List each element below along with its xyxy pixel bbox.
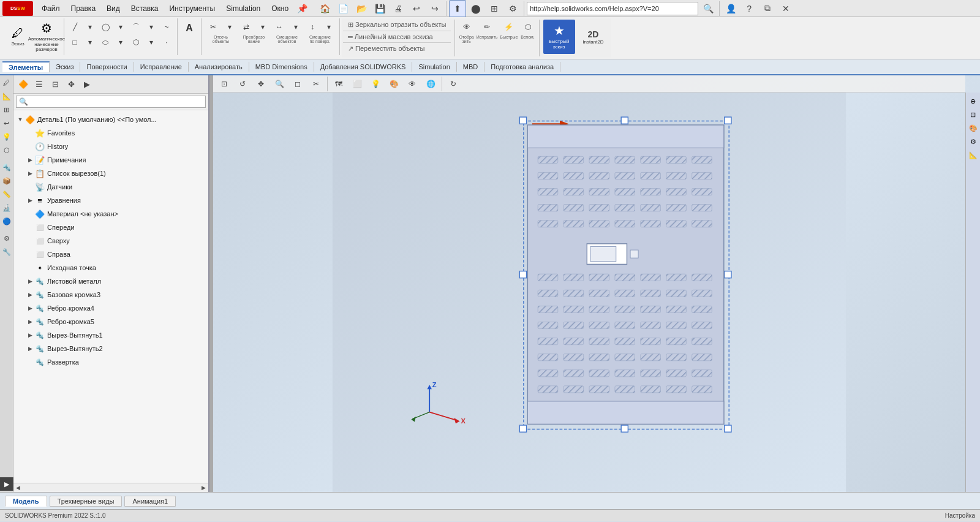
- circle-tool[interactable]: ◯: [98, 20, 113, 34]
- tree-item-history[interactable]: ▶ 🕐 History: [13, 140, 208, 153]
- lv-btn-5[interactable]: 💡: [1, 130, 13, 143]
- url-bar[interactable]: http://help.solidworks.com/Help.aspx?V=2…: [527, 2, 698, 15]
- tab-analysis-prep[interactable]: Подготовка анализа: [484, 62, 560, 72]
- vp-section[interactable]: ✂: [307, 75, 325, 93]
- tree-item-top[interactable]: ▶ ⬜ Сверху: [13, 234, 208, 248]
- tree-item-cut1[interactable]: ▶ 🔩 Вырез-Вытянуть1: [13, 328, 208, 342]
- lv-btn-2[interactable]: 📐: [1, 90, 13, 102]
- help-icon[interactable]: ?: [741, 0, 758, 17]
- vr-btn-3[interactable]: 🎨: [967, 122, 979, 134]
- polygon-tool[interactable]: ⬡: [129, 35, 143, 50]
- notes-expand[interactable]: ▶: [26, 156, 34, 164]
- vp-lights[interactable]: 💡: [367, 75, 384, 93]
- spline-tool[interactable]: ~: [159, 20, 174, 34]
- lv-btn-7[interactable]: 🔩: [1, 161, 13, 173]
- tree-root[interactable]: ▼ 🔶 Деталь1 (По умолчанию) <<По умол...: [13, 113, 208, 126]
- pin-icon[interactable]: 📌: [295, 2, 310, 15]
- vp-scene[interactable]: 🌐: [422, 75, 439, 93]
- toolbar-print[interactable]: 🖨: [390, 0, 407, 17]
- toolbar-redo[interactable]: ↪: [426, 0, 443, 17]
- sheetmetal-expand[interactable]: ▶: [26, 277, 34, 286]
- tree-item-edge4[interactable]: ▶ 🔩 Ребро-кромка4: [13, 301, 208, 315]
- lv-btn-9[interactable]: 📏: [1, 188, 13, 200]
- user-icon[interactable]: 👤: [722, 0, 739, 17]
- tree-item-baseedge[interactable]: ▶ 🔩 Базовая кромка3: [13, 288, 208, 301]
- toolbar-undo[interactable]: ↩: [408, 0, 425, 17]
- bt-3dviews[interactable]: Трехмерные виды: [50, 496, 123, 507]
- quick-snaps[interactable]: ⚡: [502, 20, 516, 34]
- vp-appear[interactable]: 🎨: [385, 75, 402, 93]
- vp-refresh[interactable]: ↻: [445, 75, 462, 93]
- tab-mbd[interactable]: MBD: [457, 62, 484, 72]
- tree-item-edge5[interactable]: ▶ 🔩 Ребро-кромка5: [13, 315, 208, 328]
- vp-selection[interactable]: ◻: [289, 75, 306, 93]
- arc-tool[interactable]: ⌒: [129, 20, 143, 34]
- equations-expand[interactable]: ▶: [26, 196, 34, 205]
- lv-btn-10[interactable]: 🔬: [1, 202, 13, 214]
- quick-sketch-btn[interactable]: ★ Быстрый эскиз: [543, 20, 575, 54]
- line-tool[interactable]: ╱: [67, 20, 82, 34]
- rect-tool[interactable]: □: [67, 35, 82, 50]
- convert-tool[interactable]: ⇄: [238, 20, 255, 34]
- vp-view-orient[interactable]: 🗺: [330, 75, 347, 93]
- text-tool[interactable]: A: [181, 20, 198, 37]
- tree-item-origin[interactable]: ▶ ✦ Исходная точка: [13, 261, 208, 274]
- tab-addins[interactable]: Добавления SOLIDWORKS: [314, 62, 413, 72]
- arc-dropdown[interactable]: ▾: [144, 20, 159, 34]
- tree-item-sensors[interactable]: ▶ 📡 Датчики: [13, 180, 208, 194]
- slot-dropdown[interactable]: ▾: [113, 35, 128, 50]
- feature-search-input[interactable]: [28, 99, 203, 105]
- instant2d-btn[interactable]: 2D Instant2D: [578, 20, 609, 54]
- cut1-expand[interactable]: ▶: [26, 331, 34, 339]
- offset-dropdown[interactable]: ▾: [288, 20, 303, 34]
- lv-btn-13[interactable]: 🔧: [1, 246, 13, 258]
- vr-btn-2[interactable]: ⊡: [967, 108, 979, 121]
- lv-btn-4[interactable]: ↩: [1, 117, 13, 129]
- rect-dropdown[interactable]: ▾: [83, 35, 97, 50]
- toolbar-grid[interactable]: ⊞: [486, 0, 503, 17]
- show-hide-sketch[interactable]: 👁: [459, 20, 474, 34]
- move-cmd[interactable]: ↗ Переместить объекты: [343, 44, 451, 54]
- trim-dropdown[interactable]: ▾: [222, 20, 237, 34]
- vp-pan[interactable]: ✥: [252, 75, 270, 93]
- fp-more-btn[interactable]: ▶: [80, 77, 94, 92]
- edge5-expand[interactable]: ▶: [26, 317, 34, 326]
- tree-item-front[interactable]: ▶ ⬜ Спереди: [13, 221, 208, 234]
- vp-rotate[interactable]: ↺: [234, 75, 251, 93]
- scroll-right[interactable]: ▶: [202, 485, 206, 491]
- fp-properties-btn[interactable]: 🔶: [16, 77, 31, 92]
- tree-item-material[interactable]: ▶ 🔷 Материал <не указан>: [13, 207, 208, 221]
- cutlist-expand[interactable]: ▶: [26, 169, 34, 178]
- fp-move-btn[interactable]: ✥: [64, 77, 78, 92]
- vp-zoom[interactable]: 🔍: [271, 75, 288, 93]
- tab-analyze[interactable]: Анализировать: [189, 62, 249, 72]
- fp-list-btn[interactable]: ☰: [32, 77, 47, 92]
- tab-sketch[interactable]: Эскиз: [50, 62, 80, 72]
- mirror-cmd[interactable]: ⊞ Зеркально отразить объекты: [343, 20, 451, 30]
- tree-item-sheetmetal[interactable]: ▶ 🔩 Листовой металл: [13, 274, 208, 288]
- tab-surfaces[interactable]: Поверхности: [80, 62, 134, 72]
- fp-filter-btn[interactable]: ⊟: [48, 77, 62, 92]
- lv-btn-12[interactable]: ⚙: [1, 232, 13, 244]
- lv-btn-bottom[interactable]: ▶: [0, 477, 13, 491]
- tree-item-cut2[interactable]: ▶ 🔩 Вырез-Вытянуть2: [13, 342, 208, 355]
- baseedge-expand[interactable]: ▶: [26, 290, 34, 299]
- trim-tool[interactable]: ✂: [205, 20, 222, 34]
- toolbar-new[interactable]: 📄: [334, 0, 352, 17]
- vp-zoom-fit[interactable]: ⊡: [216, 75, 233, 93]
- linear-array-cmd[interactable]: ═ Линейный массив эскиза: [343, 32, 451, 42]
- tab-mbd-dim[interactable]: MBD Dimensions: [249, 62, 314, 72]
- toolbar-home[interactable]: 🏠: [316, 0, 333, 17]
- auto-dimension-btn[interactable]: ⚙ Автоматическое нанесение размеров: [32, 20, 61, 54]
- menu-tools[interactable]: Инструменты: [164, 3, 220, 14]
- surface-offset-dropdown[interactable]: ▾: [322, 20, 336, 34]
- toolbar-settings[interactable]: ⚙: [504, 0, 521, 17]
- menu-view[interactable]: Вид: [102, 3, 125, 14]
- surface-offset-tool[interactable]: ↕: [304, 20, 321, 34]
- vr-btn-1[interactable]: ⊕: [967, 95, 979, 107]
- polygon-dropdown[interactable]: ▾: [144, 35, 159, 50]
- construction-geom[interactable]: ⬡: [521, 20, 535, 34]
- main-viewport[interactable]: ⊡ ↺ ✥ 🔍 ◻ ✂ 🗺 ⬜ 💡 🎨 👁 🌐 ↻: [213, 75, 980, 492]
- slot-tool[interactable]: ⬭: [98, 35, 113, 50]
- toolbar-cursor[interactable]: ⬆: [449, 0, 466, 17]
